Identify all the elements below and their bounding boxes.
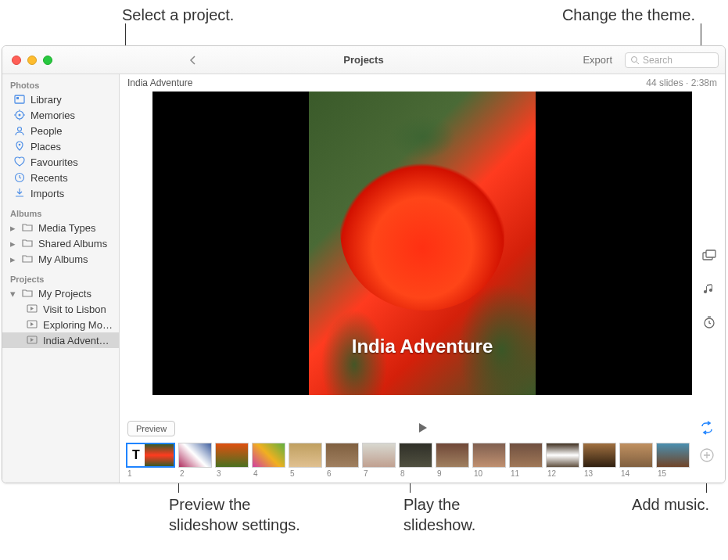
thumb-number: 6 [325, 468, 332, 478]
sidebar-item-people[interactable]: People [2, 123, 119, 138]
window-controls [9, 56, 52, 65]
search-placeholder: Search [643, 55, 672, 66]
search-input[interactable]: Search [625, 52, 719, 68]
sidebar-item-label: My Albums [38, 253, 88, 265]
thumb-item[interactable]: 15 [656, 443, 690, 478]
chevron-right-icon: ▸ [10, 238, 18, 249]
sidebar-section-projects: Projects [2, 271, 119, 285]
zoom-window-button[interactable] [43, 56, 52, 65]
sidebar-item-favourites[interactable]: Favourites [2, 154, 119, 170]
sidebar-item-label: My Projects [38, 288, 91, 300]
minimize-window-button[interactable] [27, 56, 37, 65]
duration-button[interactable] [701, 314, 718, 331]
sidebar-item-my-projects[interactable]: ▾ My Projects [2, 285, 119, 301]
add-slide-button[interactable] [698, 446, 716, 465]
callout-select-project: Select a project. [122, 5, 234, 25]
back-button[interactable] [184, 52, 203, 69]
sidebar-project-item[interactable]: Exploring Mor… [2, 317, 119, 332]
thumb-number: 2 [178, 468, 185, 478]
callout-line1: Play the [403, 494, 475, 515]
sidebar-item-library[interactable]: Library [2, 92, 119, 107]
memories-icon [13, 109, 26, 121]
preview-button[interactable]: Preview [127, 421, 175, 436]
callout-line1: Preview the [169, 494, 300, 515]
svg-point-10 [18, 127, 22, 131]
thumb-number: 4 [252, 468, 258, 478]
sidebar-project-item-selected[interactable]: India Adventure [2, 332, 119, 348]
titlebar: Projects Export Search [2, 46, 725, 74]
thumb-number: 3 [215, 468, 221, 478]
callout-line2: slideshow. [403, 515, 475, 535]
sidebar-item-label: Library [30, 94, 62, 106]
sidebar-item-label: Imports [30, 188, 64, 199]
slides-info: 44 slides · 2:38m [646, 77, 717, 88]
app-window: Projects Export Search Photos Library Me… [2, 45, 726, 483]
thumb-number: 7 [362, 468, 368, 478]
svg-point-0 [632, 56, 637, 62]
thumb-item[interactable]: 8 [399, 443, 432, 478]
main-area: India Adventure 44 slides · 2:38m India … [120, 74, 725, 483]
svg-point-5 [19, 114, 21, 117]
folder-icon [21, 287, 34, 300]
sidebar-item-shared-albums[interactable]: ▸ Shared Albums [2, 235, 119, 251]
sidebar-item-label: Favourites [30, 156, 78, 168]
svg-rect-17 [706, 250, 715, 257]
sidebar-item-imports[interactable]: Imports [2, 185, 119, 201]
title-slide-image [145, 444, 174, 466]
sidebar-project-item[interactable]: Visit to Lisbon [2, 301, 119, 317]
thumb-item[interactable]: 7 [362, 443, 396, 478]
svg-rect-2 [15, 95, 24, 103]
sidebar-item-label: Media Types [38, 222, 95, 234]
sidebar: Photos Library Memories People Places Fa… [2, 74, 120, 483]
export-button[interactable]: Export [578, 52, 617, 67]
thumb-number: 15 [656, 468, 666, 478]
sidebar-item-media-types[interactable]: ▸ Media Types [2, 220, 119, 235]
folder-icon [21, 237, 34, 249]
thumb-item[interactable]: 13 [583, 443, 616, 478]
chevron-down-icon: ▾ [10, 288, 18, 300]
sidebar-item-recents[interactable]: Recents [2, 170, 119, 185]
thumb-number: 9 [436, 468, 442, 478]
sidebar-item-memories[interactable]: Memories [2, 107, 119, 123]
svg-line-1 [637, 62, 639, 64]
library-icon [13, 93, 26, 106]
thumb-item[interactable]: 11 [509, 443, 543, 478]
sidebar-item-label: Shared Albums [38, 238, 107, 249]
thumb-item[interactable]: 9 [436, 443, 469, 478]
callout-add-music: Add music. [632, 494, 709, 515]
theme-button[interactable] [701, 248, 718, 265]
thumb-item[interactable]: 2 [178, 443, 212, 478]
chevron-right-icon: ▸ [10, 253, 18, 265]
thumb-item[interactable]: 10 [472, 443, 506, 478]
slideshow-icon [26, 303, 38, 315]
sidebar-item-my-albums[interactable]: ▸ My Albums [2, 251, 119, 267]
heart-icon [13, 156, 26, 168]
sidebar-item-label: Exploring Mor… [43, 319, 113, 331]
thumb-item[interactable]: 3 [215, 443, 249, 478]
thumb-item[interactable]: 5 [289, 443, 322, 478]
thumb-item[interactable]: 14 [619, 443, 653, 478]
slideshow-icon [26, 318, 38, 331]
svg-point-11 [19, 144, 21, 146]
thumb-number: 5 [289, 468, 295, 478]
thumb-item[interactable]: 6 [325, 443, 359, 478]
thumb-item[interactable]: 12 [546, 443, 579, 478]
places-icon [13, 140, 26, 153]
callout-play: Play the slideshow. [403, 494, 475, 535]
loop-button[interactable] [700, 421, 714, 437]
play-button[interactable] [416, 422, 429, 436]
sidebar-item-label: India Adventure [43, 335, 113, 346]
sidebar-item-places[interactable]: Places [2, 138, 119, 154]
close-window-button[interactable] [12, 56, 21, 65]
thumb-item[interactable]: 4 [252, 443, 285, 478]
callout-line2: slideshow settings. [169, 515, 300, 535]
sidebar-item-label: Recents [30, 172, 68, 184]
side-tools [694, 248, 725, 331]
slide-canvas: India Adventure [152, 92, 692, 395]
music-button[interactable] [701, 281, 718, 298]
callout-change-theme: Change the theme. [562, 5, 695, 25]
folder-icon [21, 221, 34, 234]
thumb-title-slide[interactable]: T 1 [126, 443, 175, 478]
thumb-number: 10 [472, 468, 482, 478]
thumb-number: 8 [399, 468, 405, 478]
